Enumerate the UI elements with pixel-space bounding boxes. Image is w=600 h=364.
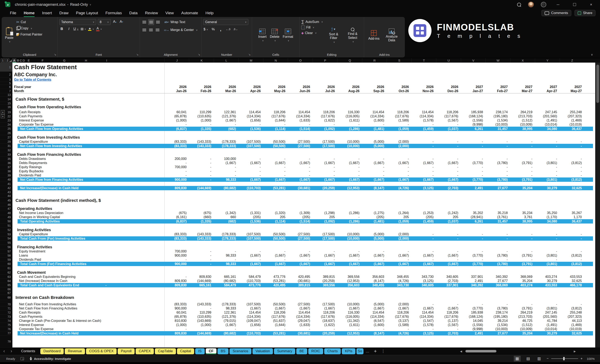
cell[interactable]: (114,334) xyxy=(362,114,387,118)
cell[interactable]: 348,455 xyxy=(387,275,411,279)
cell[interactable]: - xyxy=(288,169,312,173)
cell[interactable]: (110,703) xyxy=(238,331,263,336)
cell[interactable]: (3,812) xyxy=(560,254,584,258)
row-number-19[interactable]: 19+ xyxy=(0,110,12,114)
cell[interactable]: - xyxy=(214,122,238,127)
cell[interactable]: (1,059) xyxy=(387,219,411,224)
cell[interactable]: - xyxy=(560,144,584,148)
increase-decimal-button[interactable]: ←.0 xyxy=(225,27,231,32)
cell[interactable]: (213,703) xyxy=(510,114,535,118)
cell[interactable]: - xyxy=(436,122,461,127)
cell[interactable]: (1,589) xyxy=(387,118,411,122)
row-number-39[interactable]: 39 xyxy=(0,173,12,177)
cell[interactable]: - xyxy=(510,173,535,177)
cell[interactable]: (3,780) xyxy=(486,306,510,310)
fill-color-button[interactable]: ◆ xyxy=(88,26,94,32)
cell[interactable]: 2,491 xyxy=(461,279,486,283)
cell[interactable]: - xyxy=(189,161,214,165)
font-color-button[interactable]: A xyxy=(96,26,102,32)
cell[interactable]: - xyxy=(214,258,238,262)
align-center-icon[interactable] xyxy=(148,27,154,33)
cell[interactable]: - xyxy=(189,122,214,127)
sheet-tab-captable[interactable]: CapTable xyxy=(155,348,176,354)
cell[interactable]: - xyxy=(560,140,584,144)
cell[interactable]: - xyxy=(560,169,584,173)
cell[interactable]: (1,667) xyxy=(337,177,362,182)
cell[interactable]: (117,676) xyxy=(387,114,411,118)
cell[interactable]: (213,703) xyxy=(510,315,535,319)
cell[interactable]: - xyxy=(486,140,510,144)
cell[interactable]: (10,003) xyxy=(486,122,510,127)
cell[interactable]: 340,605 xyxy=(412,283,436,287)
row-number-41[interactable]: 41 xyxy=(0,182,12,186)
row-number-67[interactable]: 67 xyxy=(0,291,12,295)
cell[interactable]: (11,342) xyxy=(337,319,362,323)
cell[interactable]: (3,770) xyxy=(461,177,486,182)
row-number-46[interactable]: 46 xyxy=(0,203,12,206)
cell[interactable]: (1,633) xyxy=(288,118,312,122)
cell[interactable]: - xyxy=(461,169,486,173)
cell[interactable]: 473,776 xyxy=(238,283,263,287)
cell[interactable]: (3,770) xyxy=(461,161,486,165)
sheet-tab-capital[interactable]: Capital xyxy=(177,348,194,354)
column-header-t[interactable]: T xyxy=(412,58,436,63)
cell[interactable]: (65,878) xyxy=(164,315,189,319)
cell[interactable]: - xyxy=(189,177,214,182)
cell[interactable]: 356,603 xyxy=(362,275,387,279)
cell[interactable]: 389,815 xyxy=(288,283,312,287)
cell[interactable]: 27,677 xyxy=(486,331,510,336)
column-header-p[interactable]: P xyxy=(313,58,338,63)
cell[interactable]: 2027 xyxy=(510,85,535,89)
zoom-out-icon[interactable]: − xyxy=(547,356,549,361)
cell[interactable]: 205 xyxy=(387,215,411,219)
cell[interactable]: (9,998) xyxy=(461,327,486,331)
cell[interactable]: (53,281) xyxy=(263,331,288,336)
cell[interactable]: - xyxy=(461,157,486,161)
cell[interactable]: (1,037) xyxy=(436,127,461,131)
cell[interactable]: (6,547) xyxy=(362,319,387,323)
format-painter-button[interactable]: Format Painter xyxy=(16,31,42,38)
cell[interactable]: Jun-26 xyxy=(288,89,312,93)
cell[interactable]: (1,667) xyxy=(288,306,312,310)
cell[interactable]: (3,812) xyxy=(560,161,584,165)
cell[interactable]: 114,454 xyxy=(238,110,263,114)
cell[interactable]: (12,953) xyxy=(337,331,362,336)
cell[interactable]: (1,644) xyxy=(263,118,288,122)
horizontal-scrollbar-thumb[interactable] xyxy=(465,350,497,352)
cell[interactable]: - xyxy=(560,157,584,161)
column-header-j[interactable]: J xyxy=(164,58,189,63)
align-top-icon[interactable] xyxy=(142,19,147,25)
cell[interactable]: - xyxy=(412,165,436,169)
cell[interactable]: 60,041 xyxy=(164,110,189,114)
cell[interactable]: - xyxy=(412,144,436,148)
cell[interactable]: (1,000) xyxy=(164,323,189,327)
cell[interactable]: (2,000) xyxy=(387,140,411,144)
cell[interactable]: (1,667) xyxy=(362,161,387,165)
cell[interactable]: (117,676) xyxy=(436,114,461,118)
cell[interactable]: 368,069 xyxy=(486,283,510,287)
cell[interactable]: (1,491) xyxy=(535,118,560,122)
cell[interactable]: (178,333) xyxy=(214,232,238,236)
row-number-47[interactable]: 47 xyxy=(0,206,12,211)
cell[interactable]: (205) xyxy=(362,215,387,219)
cell[interactable]: Sep-26 xyxy=(362,89,387,93)
cell[interactable]: 114,454 xyxy=(362,110,387,114)
cell[interactable]: (1,667) xyxy=(313,262,337,266)
cell[interactable]: - xyxy=(337,258,362,262)
cell[interactable]: (1,667) xyxy=(387,254,411,258)
cell[interactable]: - xyxy=(560,173,584,177)
column-header-x[interactable]: X xyxy=(510,58,535,63)
excel-app-icon[interactable]: x xyxy=(5,2,10,7)
cell[interactable]: (117,676) xyxy=(436,315,461,319)
cell[interactable]: (144,669) xyxy=(189,331,214,336)
cell[interactable]: (1,512) xyxy=(510,118,535,122)
cell[interactable]: (1,667) xyxy=(288,161,312,165)
cell[interactable]: 665,161 xyxy=(214,275,238,279)
cell[interactable]: 337,901 xyxy=(436,283,461,287)
cell[interactable]: 247,145 xyxy=(535,310,560,315)
cell[interactable]: - xyxy=(94,283,106,287)
cell[interactable]: (3,770) xyxy=(461,262,486,266)
cell[interactable]: 30,279 xyxy=(535,331,560,336)
cell[interactable]: (10,000) xyxy=(337,144,362,148)
cell[interactable]: (1,633) xyxy=(288,323,312,327)
